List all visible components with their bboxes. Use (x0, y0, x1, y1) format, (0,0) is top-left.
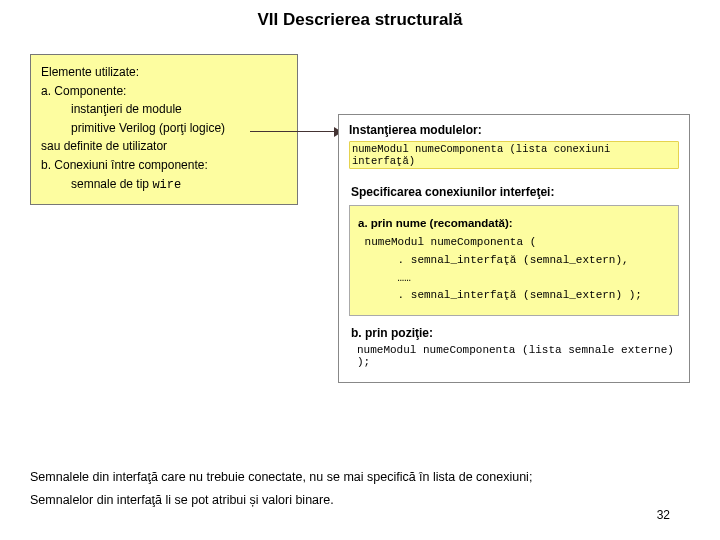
item-b: b. Conexiuni între componente: (41, 156, 287, 175)
code-line-1: numeModul numeComponenta ( (358, 234, 670, 252)
code-line-4: . semnal_interfaţă (semnal_extern) ); (358, 287, 670, 305)
wire-keyword: wire (152, 178, 181, 192)
code-line-3: …… (358, 270, 670, 288)
item-a1: instanţieri de module (41, 100, 287, 119)
instantiation-box: Instanţierea modulelor: numeModul numeCo… (338, 114, 690, 383)
arrow-connector (250, 126, 342, 138)
code-line-2: . semnal_interfaţă (semnal_extern), (358, 252, 670, 270)
item-a: a. Componente: (41, 82, 287, 101)
arrow-line (250, 131, 334, 132)
item-b1-text: semnale de tip (71, 177, 152, 191)
page-number: 32 (657, 508, 670, 522)
footer-notes: Semnalele din interfaţă care nu trebuie … (30, 466, 680, 511)
by-position-code: numeModul numeComponenta (lista semnale … (349, 344, 679, 368)
elements-header: Elemente utilizate: (41, 63, 287, 82)
item-a3: sau definite de utilizator (41, 137, 287, 156)
instantiation-label: Instanţierea modulelor: (349, 123, 679, 137)
by-name-header: a. prin nume (recomandată): (358, 214, 670, 232)
item-b1: semnale de tip wire (41, 175, 287, 195)
spec-connections-label: Specificarea conexiunilor interfeţei: (351, 185, 679, 199)
instantiation-syntax: numeModul numeComponenta (lista conexiun… (349, 141, 679, 169)
by-position-label: b. prin poziţie: (351, 326, 679, 340)
by-name-box: a. prin nume (recomandată): numeModul nu… (349, 205, 679, 316)
slide-title: VII Descrierea structurală (0, 0, 720, 36)
footer-line-1: Semnalele din interfaţă care nu trebuie … (30, 466, 680, 489)
footer-line-2: Semnalelor din interfaţă li se pot atrib… (30, 489, 680, 512)
